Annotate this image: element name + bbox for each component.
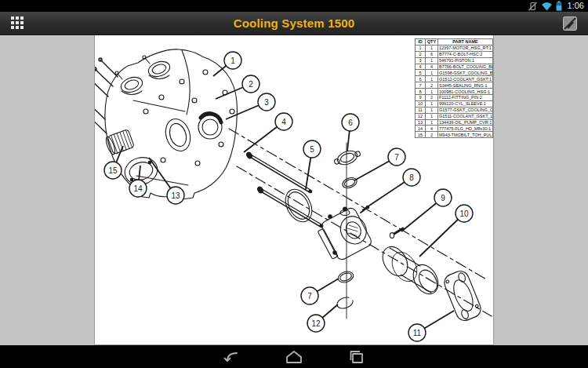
table-row[interactable]: 152M943-TMOBILT_TOH_PUL:2 [416, 132, 493, 138]
navigation-bar [0, 345, 588, 368]
table-cell: 14 [416, 126, 426, 132]
table-row[interactable]: 92F1112-FITTING_PIN:2 [416, 95, 493, 101]
column-header: PART NAME [438, 39, 493, 46]
callout-balloon[interactable]: 14 [129, 180, 147, 197]
recents-button[interactable] [347, 348, 365, 366]
svg-text:11: 11 [413, 329, 422, 337]
svg-text:9: 9 [441, 194, 445, 202]
table-cell: 546791-PISTON:1 [438, 57, 493, 64]
svg-text:4: 4 [281, 118, 286, 126]
table-cell: 134439-OIL_PUMP_CVR:1 [438, 119, 493, 126]
table-row[interactable]: 1112397-MOTOR_HSG_RT:1 [416, 45, 493, 51]
table-cell: B7774-C-BOLT-HSC:2 [438, 51, 493, 57]
table-cell: G1577-GSKT_COOLING_CYL:1 [438, 107, 493, 113]
content-area: 1234567891071211131415 IDQTYPART NAME 11… [0, 35, 588, 345]
battery-icon [556, 1, 562, 11]
table-row[interactable]: 144777475-FLG_HD_M8x30:1 [416, 126, 493, 132]
action-bar: Cooling System 1500 [0, 12, 588, 35]
svg-text:12: 12 [311, 319, 321, 328]
callout-balloon[interactable]: 2 [242, 75, 260, 93]
table-cell: 6 [426, 51, 438, 57]
back-button[interactable] [223, 348, 241, 366]
table-cell: 8 [416, 89, 426, 95]
svg-text:3: 3 [264, 98, 269, 107]
table-cell: M943-TMOBILT_TOH_PUL:2 [438, 132, 493, 138]
callout-balloon[interactable]: 4 [275, 113, 292, 130]
table-cell: 999120-CYL_SLEEVE:1 [438, 100, 493, 107]
column-header: ID [416, 39, 426, 46]
page-title: Cooling System 1500 [0, 16, 588, 30]
table-cell: G1598-GSKT_COOLING_BLK:1 [438, 70, 493, 76]
callout-balloon[interactable]: 15 [104, 162, 122, 179]
callout-balloon[interactable]: 9 [434, 189, 452, 206]
callout-balloon[interactable]: 7 [301, 287, 318, 304]
table-cell: 4 [416, 64, 426, 70]
clock: 1:06 [568, 2, 584, 10]
table-cell: 100981-COOLING_HSG:1 [438, 89, 493, 95]
table-row[interactable]: 121G1511-COOLANT_GSKT_LWR:1 [416, 113, 493, 119]
parts-table-body: 1112397-MOTOR_HSG_RT:126B7774-C-BOLT-HSC… [416, 45, 493, 137]
status-bar: 1:06 [0, 0, 588, 12]
diagram-page[interactable]: 1234567891071211131415 IDQTYPART NAME 11… [94, 35, 494, 345]
table-cell: 777475-FLG_HD_M8x30:1 [438, 126, 493, 132]
table-cell: 2 [426, 132, 438, 138]
callout-balloon[interactable]: 12 [307, 315, 325, 332]
table-cell: 1 [426, 89, 438, 95]
column-header: QTY [426, 39, 438, 46]
callout-balloon[interactable]: 8 [403, 169, 420, 186]
svg-text:7: 7 [307, 292, 312, 301]
table-cell: G1511-COOLANT_GSKT_LWR:1 [438, 113, 493, 119]
table-cell: S3445-SEALING_RNG:1 [438, 82, 493, 89]
table-cell: 7 [416, 82, 426, 89]
callout-balloon[interactable]: 6 [342, 114, 359, 131]
table-row[interactable]: 61G1512-COOLANT_GSKT:1 [416, 76, 493, 82]
table-cell: 1 [426, 70, 438, 76]
svg-text:14: 14 [133, 184, 143, 193]
table-cell: B7766-BOLT_COOLING_BLK:1 [438, 64, 493, 70]
table-row[interactable]: 72S3445-SEALING_RNG:1 [416, 82, 493, 89]
table-row[interactable]: 26B7774-C-BOLT-HSC:2 [416, 51, 493, 57]
annotation-disabled-button[interactable] [557, 14, 583, 33]
apps-grid-button[interactable] [0, 12, 34, 35]
tablet-screen: 1:06 Cooling System 1500 [0, 0, 588, 368]
table-row[interactable]: 31546791-PISTON:1 [416, 57, 493, 64]
home-button[interactable] [285, 348, 303, 366]
table-row[interactable]: 44B7766-BOLT_COOLING_BLK:1 [416, 64, 493, 70]
svg-text:13: 13 [171, 191, 180, 200]
callout-balloon[interactable]: 7 [388, 148, 405, 166]
callout-balloon[interactable]: 11 [408, 324, 426, 341]
table-cell: 12397-MOTOR_HSG_RT:1 [438, 45, 493, 51]
table-cell: 6 [416, 76, 426, 82]
home-icon [285, 348, 303, 366]
table-row[interactable]: 131134439-OIL_PUMP_CVR:1 [416, 119, 493, 126]
table-cell: 5 [416, 70, 426, 76]
wifi-icon [541, 2, 553, 11]
table-cell: 12 [416, 113, 426, 119]
table-cell: 1 [426, 100, 438, 107]
table-cell: 1 [416, 45, 426, 51]
svg-text:5: 5 [310, 145, 314, 154]
callout-balloon[interactable]: 1 [224, 52, 241, 69]
table-row[interactable]: 51G1598-GSKT_COOLING_BLK:1 [416, 70, 493, 76]
leader-line [419, 213, 464, 257]
table-cell: 1 [426, 76, 438, 82]
svg-text:6: 6 [348, 118, 353, 127]
table-row[interactable]: 111G1577-GSKT_COOLING_CYL:1 [416, 107, 493, 113]
callout-balloon[interactable]: 13 [167, 187, 184, 204]
svg-text:8: 8 [409, 173, 414, 182]
table-cell: 15 [416, 132, 426, 138]
table-row[interactable]: 101999120-CYL_SLEEVE:1 [416, 100, 493, 107]
callout-balloon[interactable]: 3 [258, 93, 275, 111]
parts-table: IDQTYPART NAME 1112397-MOTOR_HSG_RT:126B… [415, 38, 493, 138]
table-cell: 1 [426, 107, 438, 113]
recents-icon [347, 348, 365, 366]
table-cell: 1 [426, 113, 438, 119]
callout-balloon[interactable]: 10 [456, 205, 473, 222]
table-row[interactable]: 81100981-COOLING_HSG:1 [416, 89, 493, 95]
parts-table-header-row: IDQTYPART NAME [416, 39, 493, 46]
svg-text:15: 15 [108, 166, 118, 175]
table-cell: F1112-FITTING_PIN:2 [438, 95, 493, 101]
table-cell: G1512-COOLANT_GSKT:1 [438, 76, 493, 82]
table-cell: 2 [426, 95, 438, 101]
callout-balloon[interactable]: 5 [303, 140, 321, 158]
